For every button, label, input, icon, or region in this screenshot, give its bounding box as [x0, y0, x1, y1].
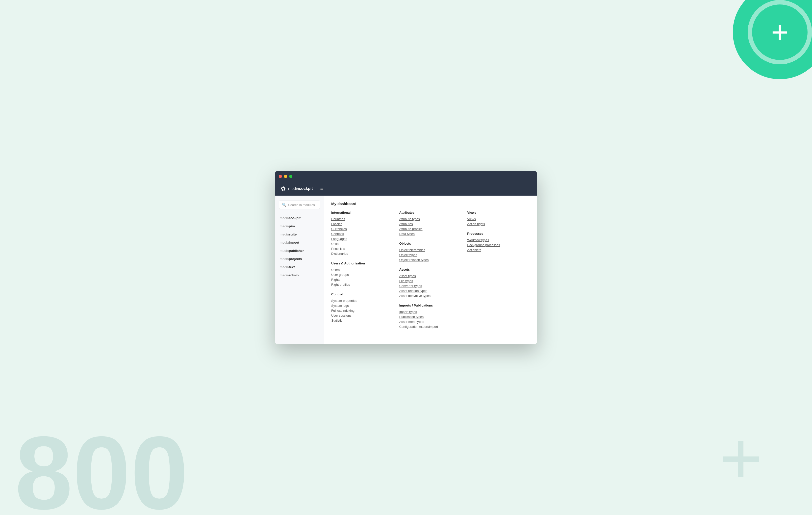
menu-item-units[interactable]: Units — [331, 241, 389, 246]
minimize-dot — [284, 175, 287, 178]
menu-column-2: ViewsViewsAction rightsProcessesWorkflow… — [467, 211, 530, 335]
menu-item-user-groups[interactable]: User groups — [331, 272, 389, 277]
menu-section-processes: ProcessesWorkflow typesBackground proces… — [467, 232, 525, 252]
maximize-dot — [289, 175, 292, 178]
search-placeholder: Search in modules — [288, 203, 315, 207]
menu-item-price-lists[interactable]: Price lists — [331, 246, 389, 251]
logo-area: ✿ mediacockpit — [281, 185, 313, 192]
menu-item-currencies[interactable]: Currencies — [331, 226, 389, 231]
sidebar: 🔍 Search in modules mediacockpitmediapim… — [275, 196, 324, 344]
menu-item-import-types[interactable]: Import types — [399, 309, 457, 314]
background-plus: + — [719, 421, 762, 495]
menu-item-contexts[interactable]: Contexts — [331, 231, 389, 236]
hamburger-menu[interactable]: ≡ — [320, 186, 323, 192]
menu-item-object-types[interactable]: Object types — [399, 252, 457, 257]
section-title-1: Processes — [467, 232, 525, 235]
logo-prefix: media — [288, 187, 299, 191]
menu-section-views: ViewsViewsAction rights — [467, 211, 525, 226]
menu-item-converter-types[interactable]: Converter types — [399, 283, 457, 288]
menu-item-background-processes[interactable]: Background processes — [467, 242, 525, 247]
circle-inner: + — [748, 0, 812, 64]
menu-item-asset-derivative-types[interactable]: Asset derivative types — [399, 293, 457, 298]
sidebar-item-pim[interactable]: mediapim — [275, 222, 324, 230]
section-title-0: Views — [467, 211, 525, 214]
sidebar-item-cockpit[interactable]: mediacockpit — [275, 214, 324, 222]
browser-titlebar — [275, 171, 537, 182]
menu-item-publication-types[interactable]: Publication types — [399, 314, 457, 319]
menu-item-attribute-profiles[interactable]: Attribute profiles — [399, 226, 457, 231]
menu-item-languages[interactable]: Languages — [331, 236, 389, 241]
close-dot — [279, 175, 282, 178]
menu-item-action-rights[interactable]: Action rights — [467, 221, 525, 226]
menu-item-users[interactable]: Users — [331, 267, 389, 272]
menu-section-objects: ObjectsObject hierarchiesObject typesObj… — [399, 242, 457, 262]
browser-window: ✿ mediacockpit ≡ 🔍 Search in modules med… — [275, 171, 537, 344]
section-title-3: Imports / Publications — [399, 304, 457, 307]
section-title-2: Assets — [399, 268, 457, 271]
menu-grid: InternationalCountriesLocalesCurrenciesC… — [331, 211, 530, 335]
menu-item-user-sessions[interactable]: User sessions — [331, 313, 389, 318]
menu-item-attributes[interactable]: Attributes — [399, 221, 457, 226]
dashboard-title: My dashboard — [331, 202, 530, 206]
menu-item-statistic[interactable]: Statistic — [331, 318, 389, 323]
app-container: 🔍 Search in modules mediacockpitmediapim… — [275, 196, 537, 344]
menu-item-file-types[interactable]: File types — [399, 278, 457, 283]
menu-item-configuration-exportimport[interactable]: Configuration export/import — [399, 324, 457, 329]
menu-section-users-&-authorization: Users & AuthorizationUsersUser groupsRig… — [331, 261, 389, 287]
menu-item-fulltext-indexing[interactable]: Fulltext indexing — [331, 308, 389, 313]
sidebar-item-projects[interactable]: mediaprojects — [275, 255, 324, 263]
menu-item-data-types[interactable]: Data types — [399, 231, 457, 236]
logo-suffix: cockpit — [299, 187, 313, 191]
menu-section-imports-/-publications: Imports / PublicationsImport typesPublic… — [399, 304, 457, 329]
menu-section-assets: AssetsAsset typesFile typesConverter typ… — [399, 268, 457, 298]
menu-item-asset-relation-types[interactable]: Asset relation types — [399, 288, 457, 293]
menu-item-attribute-types[interactable]: Attribute types — [399, 217, 457, 221]
background-number: 800 — [15, 421, 188, 515]
sidebar-item-suite[interactable]: mediasuite — [275, 230, 324, 238]
menu-item-workflow-types[interactable]: Workflow types — [467, 237, 525, 242]
menu-item-system-logs[interactable]: System logs — [331, 303, 389, 308]
sidebar-item-publisher[interactable]: mediapublisher — [275, 247, 324, 255]
menu-section-international: InternationalCountriesLocalesCurrenciesC… — [331, 211, 389, 256]
menu-item-asset-types[interactable]: Asset types — [399, 273, 457, 278]
top-nav: ✿ mediacockpit ≡ — [275, 182, 537, 196]
menu-item-object-hierarchies[interactable]: Object hierarchies — [399, 247, 457, 252]
menu-item-right-profiles[interactable]: Right profiles — [331, 282, 389, 287]
sidebar-item-import[interactable]: mediaimport — [275, 238, 324, 247]
menu-item-system-properties[interactable]: System properties — [331, 298, 389, 303]
menu-section-attributes: AttributesAttribute typesAttributesAttri… — [399, 211, 457, 236]
menu-item-locales[interactable]: Locales — [331, 221, 389, 226]
menu-column-0: InternationalCountriesLocalesCurrenciesC… — [331, 211, 394, 335]
section-title-0: International — [331, 211, 389, 214]
main-content: My dashboard InternationalCountriesLocal… — [324, 196, 537, 344]
sidebar-items: mediacockpitmediapimmediasuitemediaimpor… — [275, 214, 324, 279]
menu-item-assortment-types[interactable]: Assortment types — [399, 319, 457, 324]
section-title-1: Users & Authorization — [331, 261, 389, 265]
menu-item-countries[interactable]: Countries — [331, 217, 389, 221]
section-title-0: Attributes — [399, 211, 457, 214]
menu-column-1: AttributesAttribute typesAttributesAttri… — [399, 211, 462, 335]
menu-item-actionlets[interactable]: Actionlets — [467, 247, 525, 252]
logo-text: mediacockpit — [288, 187, 313, 191]
circle-decoration: + — [733, 0, 812, 79]
menu-item-rights[interactable]: Rights — [331, 277, 389, 282]
menu-item-object-relation-types[interactable]: Object relation types — [399, 257, 457, 262]
plus-icon: + — [771, 17, 788, 47]
search-box[interactable]: 🔍 Search in modules — [279, 201, 320, 209]
logo-icon: ✿ — [281, 185, 286, 192]
sidebar-item-admin[interactable]: mediaadmin — [275, 271, 324, 279]
search-icon: 🔍 — [282, 203, 286, 207]
menu-item-dictionaries[interactable]: Dictionaries — [331, 251, 389, 256]
menu-section-control: ControlSystem propertiesSystem logsFullt… — [331, 292, 389, 323]
sidebar-item-text[interactable]: mediatext — [275, 263, 324, 271]
section-title-1: Objects — [399, 242, 457, 246]
menu-item-views[interactable]: Views — [467, 217, 525, 221]
section-title-2: Control — [331, 292, 389, 296]
